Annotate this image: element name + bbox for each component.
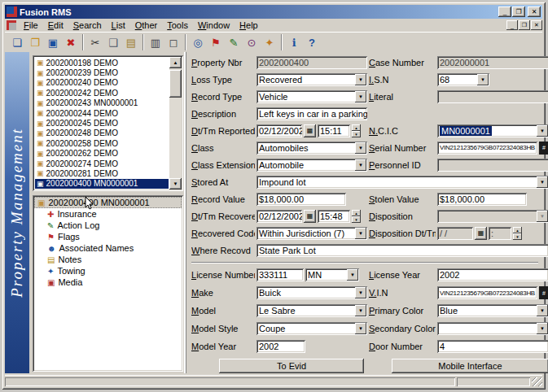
stored-at-combo[interactable]: Impound lot▼ <box>256 176 548 189</box>
calendar-button[interactable]: ▦ <box>304 124 316 137</box>
door-number-field[interactable]: 4 <box>437 340 548 353</box>
cut-button[interactable]: ✂ <box>86 33 104 51</box>
dropdown-arrow-icon[interactable]: ▼ <box>355 323 366 334</box>
scrollbar-thumb[interactable] <box>169 70 182 98</box>
isn-combo[interactable]: 68▼ <box>437 73 489 86</box>
serial-number-field[interactable]: VIN2121235679GB0722324083HB <box>437 142 537 155</box>
case-number-field[interactable]: 2002000001 <box>437 56 548 69</box>
delete-record-button[interactable]: ✖ <box>62 33 80 51</box>
resize-grip[interactable] <box>532 377 542 386</box>
list-item[interactable]: ▣2002000262 DEMO <box>35 149 169 159</box>
dropdown-arrow-icon[interactable]: ▼ <box>537 125 548 137</box>
personnel-id-field[interactable] <box>437 159 548 172</box>
camera-button[interactable]: ⊙ <box>243 33 261 51</box>
tree-item-associated-names[interactable]: ☻Associated Names <box>34 242 182 254</box>
list-item[interactable]: ▣2002000281 DEMO <box>35 168 169 178</box>
dropdown-arrow-icon[interactable]: ▼ <box>355 287 366 298</box>
dttm-reported-date-field[interactable]: 02/12/2002 <box>256 124 302 137</box>
help-button[interactable]: ? <box>303 33 321 51</box>
to-evid-button[interactable]: To Evid <box>219 359 364 373</box>
dropdown-arrow-icon[interactable]: ▼ <box>355 91 366 102</box>
tree-root-item[interactable]: ▣ 2002000400 MN0000001 <box>34 197 182 208</box>
mdi-close-button[interactable]: ✕ <box>531 20 542 30</box>
list-item[interactable]: ▣2002000245 DEMO <box>35 118 169 128</box>
literal-field[interactable] <box>437 90 548 103</box>
print-button[interactable]: ▥ <box>147 33 164 51</box>
tree-item-media[interactable]: ▣Media <box>34 277 182 288</box>
menu-edit[interactable]: Edit <box>43 20 68 32</box>
copy-button[interactable]: ❑ <box>104 33 122 51</box>
dttm-recovered-date-field[interactable]: 02/12/2002 <box>256 210 302 223</box>
maximize-button[interactable]: ❐ <box>512 7 525 17</box>
list-item[interactable]: ▣2002000258 DEMO <box>35 138 169 148</box>
list-item-selected[interactable]: ▣2002000400 MN0000001 <box>35 179 169 189</box>
mdi-restore-button[interactable]: ❐ <box>519 20 530 30</box>
menu-list[interactable]: List <box>107 20 130 32</box>
record-value-field[interactable]: $18,000.00 <box>256 193 346 206</box>
menu-search[interactable]: Search <box>68 20 107 32</box>
mobile-interface-button[interactable]: Mobile Interface <box>392 359 548 373</box>
menu-other[interactable]: Other <box>130 20 163 32</box>
dropdown-arrow-icon[interactable]: ▼ <box>537 305 548 316</box>
scroll-up-icon[interactable]: ▲ <box>169 57 182 68</box>
stolen-value-field[interactable]: $18,000.00 <box>437 193 527 206</box>
minimize-button[interactable]: _ <box>498 7 511 17</box>
tree-item-insurance[interactable]: ✚Insurance <box>34 208 182 220</box>
time-spinner[interactable]: ▴▾ <box>352 210 361 223</box>
dropdown-arrow-icon[interactable]: ▼ <box>537 323 548 334</box>
vin-field[interactable]: VIN2121235679GB0722324083HB <box>437 286 537 299</box>
dropdown-arrow-icon[interactable]: ▼ <box>477 74 489 85</box>
open-record-button[interactable]: ❐ <box>26 33 44 51</box>
close-button[interactable]: ✕ <box>528 7 541 17</box>
dttm-reported-time-field[interactable]: 15:11 <box>318 124 350 137</box>
license-year-field[interactable]: 2002 <box>437 268 548 281</box>
print-preview-button[interactable]: ◻ <box>164 33 182 51</box>
primary-color-combo[interactable]: Blue▼ <box>437 304 548 317</box>
menu-tools[interactable]: Tools <box>162 20 193 32</box>
list-item[interactable]: ▣2002000198 DEMO <box>35 58 169 68</box>
calendar-button[interactable]: ▦ <box>475 227 487 240</box>
list-item[interactable]: ▣2002000248 DEMO <box>35 128 169 138</box>
menu-file[interactable]: File <box>19 20 43 32</box>
recovered-code-combo[interactable]: Within Jurisdiction (7)▼ <box>256 227 367 240</box>
spin-down-icon[interactable]: ▾ <box>352 131 361 137</box>
disposition-combo[interactable]: ▼ <box>437 210 548 223</box>
mdi-minimize-button[interactable]: _ <box>506 20 518 30</box>
property-nbr-field[interactable]: 2002000400 <box>256 56 367 69</box>
list-item[interactable]: ▣2002000274 DEMO <box>35 159 169 168</box>
class-combo[interactable]: Automobiles▼ <box>256 142 367 155</box>
spin-up-icon[interactable]: ▴ <box>352 124 361 131</box>
tree-item-towing[interactable]: ✦Towing <box>34 265 182 277</box>
record-type-combo[interactable]: Vehicle▼ <box>256 90 367 103</box>
model-year-field[interactable]: 2002 <box>256 340 305 353</box>
serial-lookup-button[interactable]: # <box>539 142 548 155</box>
list-item[interactable]: ▣2002000240 DEMO <box>35 78 169 88</box>
tree-item-notes[interactable]: ▤Notes <box>34 254 182 265</box>
dropdown-arrow-icon[interactable]: ▼ <box>347 269 358 281</box>
new-record-button[interactable]: ❏ <box>8 33 26 51</box>
license-number-field[interactable]: 333111 <box>256 268 304 281</box>
dropdown-arrow-icon[interactable]: ▼ <box>355 228 366 239</box>
description-field[interactable]: Left keys in car in a parking lot <box>256 107 367 120</box>
dropdown-arrow-icon[interactable]: ▼ <box>355 142 366 154</box>
dttm-recovered-time-field[interactable]: 15:48 <box>318 210 350 223</box>
menu-help[interactable]: Help <box>235 20 263 32</box>
menu-window[interactable]: Window <box>193 20 235 32</box>
class-extension-combo[interactable]: Automobile▼ <box>256 159 367 172</box>
license-state-combo[interactable]: MN▼ <box>305 268 359 281</box>
spin-down-icon[interactable]: ▾ <box>352 216 361 223</box>
where-recovd-field[interactable]: State Park Lot <box>256 244 548 257</box>
dropdown-arrow-icon[interactable]: ▼ <box>355 74 366 85</box>
vin-lookup-button[interactable]: # <box>539 286 548 299</box>
child-window-icon[interactable] <box>7 20 16 30</box>
ncic-combo[interactable]: MN0000001▼ <box>437 124 548 137</box>
make-combo[interactable]: Buick▼ <box>256 286 367 299</box>
list-scrollbar[interactable]: ▲ ▼ <box>169 57 182 189</box>
scroll-down-icon[interactable]: ▼ <box>169 178 182 189</box>
model-style-combo[interactable]: Coupe▼ <box>256 322 367 335</box>
list-item[interactable]: ▣2002000243 MN0000001 <box>35 98 169 108</box>
tools-button[interactable]: ✦ <box>261 33 278 51</box>
list-item[interactable]: ▣2002000242 DEMO <box>35 88 169 98</box>
disposition-date-field[interactable]: / / <box>437 227 473 240</box>
dropdown-arrow-icon[interactable]: ▼ <box>537 176 548 188</box>
